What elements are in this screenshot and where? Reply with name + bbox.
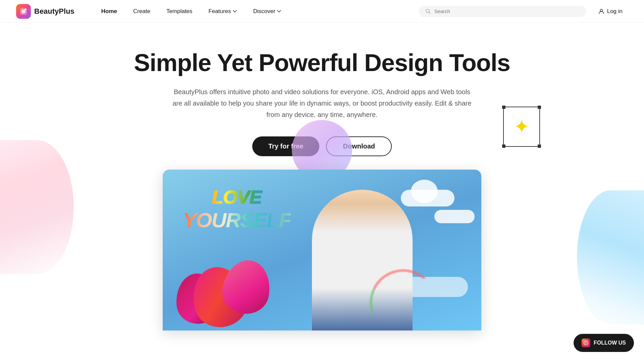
logo-text: BeautyPlus <box>34 7 74 16</box>
login-button[interactable]: Log in <box>593 5 628 17</box>
chevron-down-icon-2 <box>277 9 281 14</box>
search-icon <box>425 8 431 14</box>
navbar: BeautyPlus Home Create Templates Feature… <box>0 0 644 23</box>
nav-link-home[interactable]: Home <box>95 5 124 17</box>
corner-dot-bl <box>502 144 505 148</box>
hero-img-bg: LOVE YOURSELF <box>163 170 481 330</box>
login-label: Log in <box>607 8 623 15</box>
star-icon: ✦ <box>514 117 530 136</box>
nav-link-create[interactable]: Create <box>126 5 157 17</box>
cloud-1 <box>401 190 454 206</box>
nav-link-discover[interactable]: Discover <box>247 5 288 17</box>
cloud-2 <box>434 210 475 223</box>
corner-dot-tr <box>538 106 541 109</box>
search-input[interactable] <box>434 8 580 14</box>
logo[interactable]: BeautyPlus <box>16 4 74 19</box>
user-icon <box>598 8 604 14</box>
person-figure <box>312 190 413 330</box>
svg-point-2 <box>25 8 26 10</box>
svg-rect-5 <box>584 341 588 345</box>
svg-point-6 <box>585 342 587 344</box>
balloon-group <box>173 203 290 330</box>
search-bar[interactable] <box>419 6 586 17</box>
svg-point-7 <box>587 342 588 342</box>
nav-links: Home Create Templates Features Discover <box>95 5 412 17</box>
hero-image: LOVE YOURSELF <box>163 170 481 330</box>
chevron-down-icon <box>232 9 237 14</box>
hero-title: Simple Yet Powerful Design Tools <box>67 50 577 76</box>
left-decoration <box>0 140 74 274</box>
follow-us-badge[interactable]: FOLLOW US <box>574 334 634 352</box>
hero-section: Simple Yet Powerful Design Tools BeautyP… <box>0 23 644 330</box>
hero-subtitle: BeautyPlus offers intuitive photo and vi… <box>171 86 473 120</box>
svg-point-1 <box>21 9 25 13</box>
logo-icon <box>16 4 31 19</box>
nav-link-templates[interactable]: Templates <box>160 5 199 17</box>
follow-us-label: FOLLOW US <box>594 340 626 346</box>
instagram-icon <box>582 339 590 347</box>
right-decoration <box>577 190 644 324</box>
star-box: ✦ <box>503 107 540 147</box>
star-decoration: ✦ <box>503 107 540 147</box>
nav-link-features[interactable]: Features <box>202 5 244 17</box>
